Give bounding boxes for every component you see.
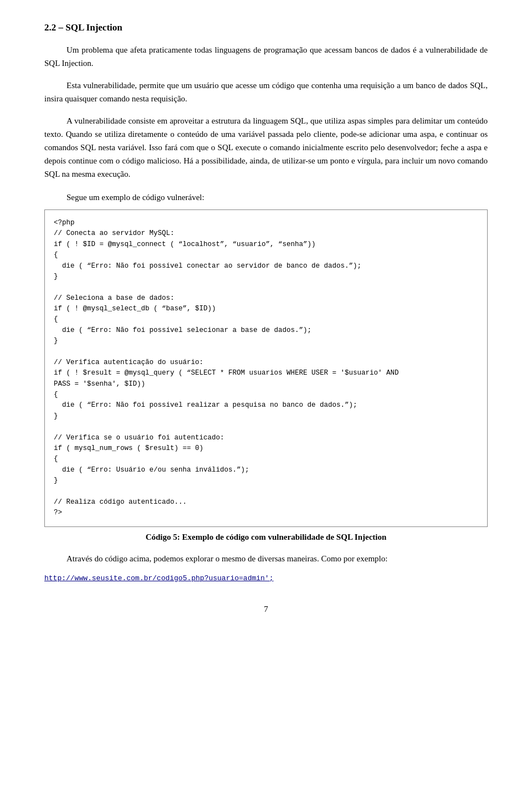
code-block: <?php // Conecta ao servidor MySQL: if (… bbox=[44, 209, 488, 527]
code-intro: Segue um exemplo de código vulnerável: bbox=[44, 191, 488, 204]
section-heading: 2.2 – SQL Injection bbox=[44, 22, 488, 33]
page-content: 2.2 – SQL Injection Um problema que afet… bbox=[44, 22, 488, 582]
example-url[interactable]: http://www.seusite.com.br/codigo5.php?us… bbox=[44, 574, 488, 582]
paragraph-2: Esta vulnerabilidade, permite que um usu… bbox=[44, 79, 488, 105]
after-code-paragraph-1: Através do código acima, podemos explora… bbox=[44, 552, 488, 565]
paragraph-3: A vulnerabilidade consiste em aproveitar… bbox=[44, 114, 488, 181]
page-number: 7 bbox=[44, 605, 488, 614]
paragraph-1: Um problema que afeta praticamente todas… bbox=[44, 43, 488, 70]
code-caption: Código 5: Exemplo de código com vulnerab… bbox=[44, 533, 488, 542]
